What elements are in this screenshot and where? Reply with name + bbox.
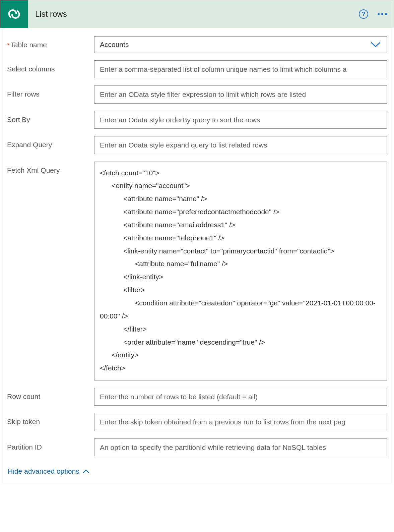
table-name-select[interactable]: Accounts: [94, 36, 387, 53]
label-fetch-xml: Fetch Xml Query: [7, 162, 94, 175]
list-rows-card: List rows ? Table name Accounts Select c…: [0, 0, 394, 485]
filter-rows-input[interactable]: [94, 85, 387, 103]
row-table-name: Table name Accounts: [7, 36, 387, 53]
row-skip-token: Skip token: [7, 413, 387, 431]
hide-advanced-options-link[interactable]: Hide advanced options: [7, 459, 90, 479]
skip-token-input[interactable]: [94, 413, 387, 431]
row-partition-id: Partition ID: [7, 438, 387, 456]
label-table-name: Table name: [7, 36, 94, 50]
row-expand-query: Expand Query: [7, 136, 387, 154]
more-icon[interactable]: [378, 11, 387, 17]
label-select-columns: Select columns: [7, 60, 94, 73]
chevron-down-icon: [370, 41, 381, 48]
label-row-count: Row count: [7, 388, 94, 401]
help-icon[interactable]: ?: [359, 9, 368, 19]
fetch-xml-input[interactable]: <fetch count="10"> <entity name="account…: [94, 162, 387, 381]
chevron-up-icon: [83, 469, 89, 473]
row-select-columns: Select columns: [7, 60, 387, 78]
row-filter-rows: Filter rows: [7, 85, 387, 103]
row-sort-by: Sort By: [7, 111, 387, 129]
label-partition-id: Partition ID: [7, 438, 94, 452]
dataverse-icon: [0, 0, 28, 28]
header-actions: ?: [359, 9, 387, 19]
row-count-input[interactable]: [94, 388, 387, 406]
label-skip-token: Skip token: [7, 413, 94, 426]
row-fetch-xml: Fetch Xml Query <fetch count="10"> <enti…: [7, 162, 387, 381]
sort-by-input[interactable]: [94, 111, 387, 129]
label-sort-by: Sort By: [7, 111, 94, 124]
card-header: List rows ?: [0, 0, 394, 28]
partition-id-input[interactable]: [94, 438, 387, 456]
table-name-value: Accounts: [94, 36, 387, 53]
card-body: Table name Accounts Select columns Filte…: [0, 28, 394, 485]
label-expand-query: Expand Query: [7, 136, 94, 149]
label-filter-rows: Filter rows: [7, 85, 94, 99]
card-title: List rows: [35, 9, 67, 19]
expand-query-input[interactable]: [94, 136, 387, 154]
hide-advanced-label: Hide advanced options: [8, 467, 79, 475]
row-row-count: Row count: [7, 388, 387, 406]
select-columns-input[interactable]: [94, 60, 387, 78]
